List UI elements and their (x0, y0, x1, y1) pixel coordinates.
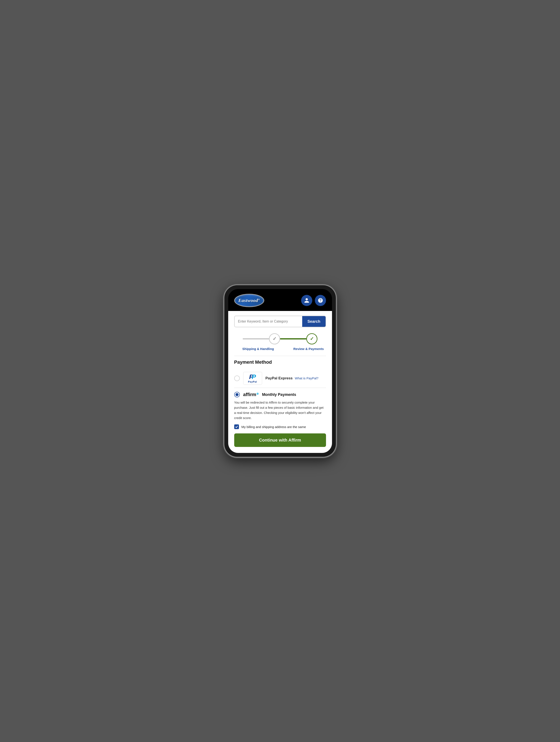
checkmark-icon (235, 425, 238, 428)
progress-section: ✓ ✓ Shipping & Handling Review & Payment… (234, 333, 326, 351)
progress-line-right (280, 338, 306, 339)
affirm-option-row[interactable]: affirm Monthly Payments (234, 388, 326, 400)
progress-track: ✓ ✓ (234, 333, 326, 344)
paypal-labels: PayPal Express What is PayPal? (265, 376, 318, 380)
step1-checkmark: ✓ (272, 336, 276, 341)
affirm-logo: affirm (243, 392, 259, 398)
progress-line-left (243, 338, 269, 339)
main-content: Search ✓ ✓ Shipping & Handling (228, 311, 332, 453)
payment-method-title: Payment Method (234, 359, 326, 365)
billing-checkbox-row: My billing and shipping address are the … (234, 424, 326, 429)
affirm-logo-text: affirm (243, 392, 256, 398)
step2-checkmark: ✓ (310, 336, 314, 341)
affirm-radio[interactable] (234, 392, 240, 398)
affirm-accent-dot (257, 393, 259, 395)
paypal-radio[interactable] (234, 375, 240, 381)
billing-checkbox-label: My billing and shipping address are the … (242, 425, 306, 429)
affirm-section: affirm Monthly Payments You will be redi… (234, 388, 326, 447)
header-icons (301, 295, 326, 306)
paypal-express-label: PayPal Express (265, 376, 293, 380)
phone-screen: Eastwood® Search (228, 289, 332, 453)
account-button[interactable] (301, 295, 312, 306)
search-input[interactable] (235, 316, 302, 327)
question-icon (318, 298, 323, 303)
paypal-wordmark: PayPal (248, 380, 257, 383)
paypal-logo-box: P P PayPal (243, 372, 262, 385)
phone-frame: Eastwood® Search (224, 285, 336, 457)
search-button[interactable]: Search (302, 316, 325, 327)
step-labels: Shipping & Handling Review & Payments (234, 347, 326, 351)
paypal-small-p: P (252, 374, 256, 380)
top-bar: Eastwood® (228, 289, 332, 311)
paypal-p-logo: P P (249, 374, 256, 380)
billing-checkbox[interactable] (234, 424, 239, 429)
paypal-option[interactable]: P P PayPal PayPal Express What is PayPal… (234, 369, 326, 388)
step1-label: Shipping & Handling (236, 347, 280, 351)
step2-label: Review & Payments (280, 347, 324, 351)
eastwood-logo: Eastwood® (234, 294, 264, 307)
continue-affirm-button[interactable]: Continue with Affirm (234, 433, 326, 447)
step1-circle: ✓ (269, 333, 280, 344)
step2-circle: ✓ (306, 333, 317, 344)
what-is-paypal-link[interactable]: What is PayPal? (295, 376, 318, 380)
affirm-monthly-label: Monthly Payments (262, 392, 296, 397)
help-button[interactable] (315, 295, 326, 306)
user-icon (304, 298, 309, 303)
logo-text: Eastwood® (238, 298, 260, 303)
affirm-description: You will be redirected to Affirm to secu… (234, 400, 326, 421)
search-bar: Search (234, 316, 326, 327)
